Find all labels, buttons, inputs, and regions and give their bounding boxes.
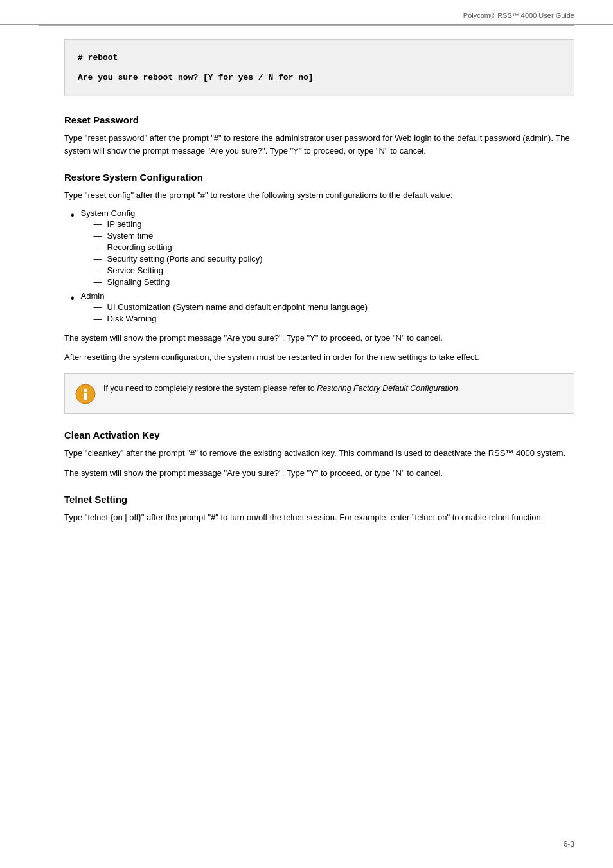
bullet-list: • System Config — IP setting — System ti… [71, 208, 574, 325]
clean-activation-text-1: Type "cleankey" after the prompt "#" to … [64, 447, 574, 460]
code-line-1: # reboot [78, 50, 561, 65]
reset-password-text: Type "reset password" after the prompt "… [64, 132, 574, 158]
sub-list-admin: — UI Customization (System name and defa… [94, 302, 368, 323]
page-content: # reboot Are you sure reboot now? [Y for… [0, 26, 613, 564]
note-box: If you need to completely restore the sy… [64, 373, 574, 414]
bullet-admin: • Admin — UI Customization (System name … [71, 291, 574, 325]
page-number: 6-3 [564, 840, 574, 849]
svg-point-1 [84, 389, 87, 392]
bullet-label-admin: Admin — UI Customization (System name an… [81, 291, 368, 325]
header-title: Polycom® RSS™ 4000 User Guide [463, 12, 574, 19]
bullet-label-system-config: System Config — IP setting — System time [81, 208, 263, 289]
section-clean-activation: Clean Activation Key Type "cleankey" aft… [64, 429, 574, 479]
section-reset-password: Reset Password Type "reset password" aft… [64, 114, 574, 158]
sub-item-security: — Security setting (Ports and security p… [94, 254, 263, 264]
restore-after-1: The system will show the prompt message … [64, 332, 574, 345]
info-icon [75, 384, 96, 404]
sub-item-system-time: — System time [94, 231, 263, 240]
restore-intro: Type "reset config" after the prompt "#"… [64, 189, 574, 202]
heading-reset-password: Reset Password [64, 114, 574, 125]
sub-item-recording: — Recording setting [94, 242, 263, 252]
restore-after-2: After resetting the system configuration… [64, 351, 574, 364]
heading-telnet-setting: Telnet Setting [64, 494, 574, 505]
bullet-dot-1: • [71, 209, 75, 222]
section-telnet-setting: Telnet Setting Type "telnet {on | off}" … [64, 494, 574, 524]
code-block: # reboot Are you sure reboot now? [Y for… [64, 39, 574, 96]
sub-item-ip: — IP setting [94, 219, 263, 229]
note-text: If you need to completely restore the sy… [103, 383, 460, 395]
sub-item-ui-customization: — UI Customization (System name and defa… [94, 302, 368, 312]
heading-restore-system: Restore System Configuration [64, 172, 574, 183]
svg-rect-2 [84, 393, 87, 400]
page-container: Polycom® RSS™ 4000 User Guide # reboot A… [0, 0, 613, 868]
code-line-2: Are you sure reboot now? [Y for yes / N … [78, 70, 561, 85]
bullet-dot-2: • [71, 292, 75, 305]
bullet-system-config: • System Config — IP setting — System ti… [71, 208, 574, 289]
sub-item-signaling: — Signaling Setting [94, 277, 263, 287]
heading-clean-activation: Clean Activation Key [64, 429, 574, 440]
sub-list-system-config: — IP setting — System time — Recording s… [94, 219, 263, 287]
sub-item-disk-warning: — Disk Warning [94, 314, 368, 323]
sub-item-service: — Service Setting [94, 266, 263, 275]
telnet-setting-text: Type "telnet {on | off}" after the promp… [64, 511, 574, 524]
clean-activation-text-2: The system will show the prompt message … [64, 467, 574, 480]
page-header: Polycom® RSS™ 4000 User Guide [0, 0, 613, 25]
section-restore-system: Restore System Configuration Type "reset… [64, 172, 574, 414]
